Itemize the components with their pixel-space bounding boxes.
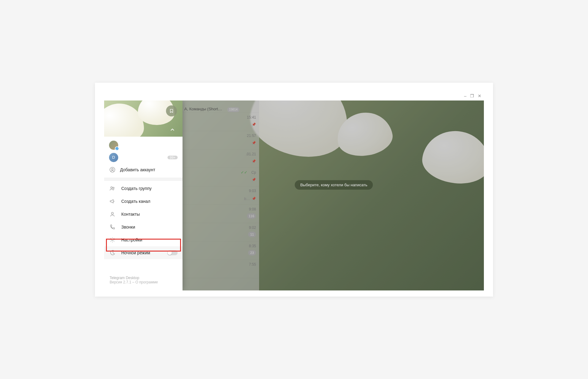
group-icon	[109, 185, 116, 192]
unread-badge: 116	[247, 213, 256, 219]
chat-row[interactable]: 7:55	[183, 260, 259, 278]
read-ticks-icon: ✓✓	[241, 170, 247, 175]
accounts-section: ✓ D 99+ Добавить аккаунт	[104, 137, 183, 178]
gear-icon	[109, 237, 116, 243]
version-link[interactable]: Версия 2.7.1 – О программе	[110, 280, 177, 284]
menu-new-group[interactable]: Создать группу	[104, 182, 183, 195]
pin-icon: 📌	[252, 197, 256, 201]
pin-icon: 📌	[252, 141, 256, 145]
chat-time: .01.21	[246, 152, 256, 156]
svg-point-1	[111, 168, 113, 170]
window-controls: – ❐ ✕	[104, 92, 484, 100]
pin-icon: 📌	[252, 159, 256, 163]
chat-count-badge: 19814	[227, 107, 239, 112]
chat-row[interactable]: 9:03 b… 📌	[183, 186, 259, 205]
chat-time: 8:35	[249, 244, 256, 248]
megaphone-icon	[109, 198, 116, 205]
pin-icon: 📌	[252, 123, 256, 127]
unread-badge: 99+	[168, 156, 178, 159]
menu-label: Контакты	[121, 212, 140, 217]
menu-label: Создать канал	[121, 199, 150, 204]
add-account-icon	[109, 166, 116, 173]
menu-settings[interactable]: Настройки	[104, 233, 183, 246]
drawer-footer: Telegram Desktop Версия 2.7.1 – О програ…	[104, 271, 183, 290]
menu-label: Звонки	[121, 225, 135, 229]
svg-point-3	[113, 187, 114, 188]
app-frame: – ❐ ✕ Выберите, кому хотели бы написать …	[95, 83, 493, 297]
chat-row[interactable]: 21:57 📌	[183, 131, 259, 150]
menu-night-mode[interactable]: Ночной режим	[104, 246, 183, 259]
chat-list[interactable]: А, Команды (Short… 19814 15:41 📌 21:57 📌…	[183, 100, 259, 290]
chat-time: Ср	[251, 170, 256, 175]
chat-row[interactable]: 8:35 23	[183, 241, 259, 260]
empty-chat-hint: Выберите, кому хотели бы написать	[295, 180, 373, 190]
svg-point-5	[111, 239, 113, 241]
chat-title: А, Команды (Short…	[184, 107, 222, 111]
menu-label: Ночной режим	[121, 250, 150, 255]
chat-time: 9:08	[249, 207, 256, 211]
active-account-badge-icon: ✓	[115, 146, 119, 151]
phone-icon	[109, 224, 116, 230]
menu-new-channel[interactable]: Создать канал	[104, 195, 183, 208]
divider	[104, 178, 183, 181]
avatar: D	[109, 153, 118, 162]
moon-icon	[109, 249, 116, 256]
account-row[interactable]: ✓	[104, 139, 183, 151]
window-minimize-icon[interactable]: –	[464, 94, 466, 98]
chat-row[interactable]: .01.21 📌	[183, 150, 259, 168]
svg-point-2	[111, 187, 113, 188]
saved-messages-button[interactable]	[166, 105, 177, 116]
chat-row[interactable]: 9:02 11	[183, 223, 259, 241]
window-maximize-icon[interactable]: ❐	[470, 94, 474, 98]
chat-time: 9:02	[249, 226, 256, 230]
chat-row[interactable]: ✓✓ Ср 📌	[183, 168, 259, 186]
chat-time: 9:03	[249, 189, 256, 193]
add-account-button[interactable]: Добавить аккаунт	[104, 164, 183, 176]
menu-contacts[interactable]: Контакты	[104, 208, 183, 221]
chat-time: 7:55	[249, 262, 256, 267]
chat-time: 15:41	[247, 115, 256, 119]
pin-icon: 📌	[252, 178, 256, 182]
window-close-icon[interactable]: ✕	[478, 94, 481, 98]
account-row[interactable]: D 99+	[104, 151, 183, 164]
unread-badge: 11	[248, 232, 256, 237]
chat-preview: b…	[244, 197, 250, 201]
chat-row[interactable]: 9:08 116	[183, 205, 259, 223]
main-menu-drawer: ✓ D 99+ Добавить аккаунт	[104, 100, 183, 290]
chat-row[interactable]: 15:41 📌	[183, 113, 259, 131]
collapse-accounts-icon[interactable]	[170, 127, 175, 134]
app-name: Telegram Desktop	[110, 276, 177, 280]
menu-label: Создать группу	[121, 186, 152, 191]
chat-list-header: А, Команды (Short… 19814	[183, 100, 259, 113]
unread-badge: 23	[248, 250, 256, 256]
drawer-header	[104, 100, 183, 137]
app-window: Выберите, кому хотели бы написать А, Ком…	[104, 100, 484, 290]
person-icon	[109, 211, 116, 218]
menu-section: Создать группу Создать канал Контакты	[104, 181, 183, 260]
menu-calls[interactable]: Звонки	[104, 221, 183, 233]
menu-label: Настройки	[121, 237, 142, 242]
svg-point-4	[111, 212, 113, 214]
chat-time: 21:57	[247, 134, 256, 138]
night-mode-toggle[interactable]	[167, 250, 178, 255]
add-account-label: Добавить аккаунт	[120, 167, 155, 172]
